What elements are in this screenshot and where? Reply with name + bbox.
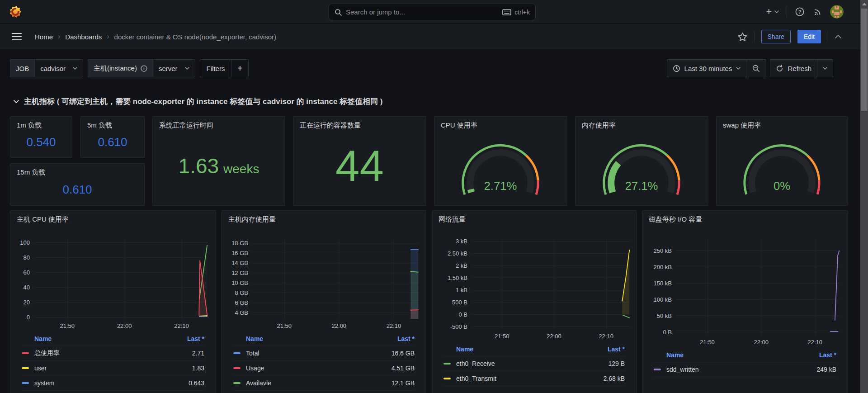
legend-sort-name[interactable]: Name (456, 346, 473, 353)
instance-value-dropdown[interactable]: server (153, 59, 195, 77)
new-menu-button[interactable]: + (766, 7, 779, 17)
chart-legend: NameLast *sdd_written249 kB (654, 350, 836, 377)
menu-toggle-icon[interactable] (12, 33, 22, 40)
breadcrumb-dashboards[interactable]: Dashboards (65, 33, 102, 41)
breadcrumb-row: Home › Dashboards › docker container & O… (0, 24, 860, 49)
add-filter-button[interactable]: + (231, 59, 249, 77)
breadcrumb-separator: › (58, 33, 60, 41)
news-rss-icon[interactable] (812, 7, 822, 17)
chart-legend: NameLast *eth0_Receive129 Beth0_Transmit… (443, 345, 625, 386)
refresh-interval-dropdown[interactable] (817, 59, 833, 77)
chart-plot-area[interactable] (676, 239, 840, 335)
series-color-marker (22, 352, 29, 354)
user-avatar[interactable] (830, 5, 844, 19)
legend-sort-last[interactable]: Last * (187, 335, 204, 342)
series-last-value: 16.6 GB (392, 350, 415, 357)
panel-swap-gauge[interactable]: swap 使用率 0% (716, 116, 848, 206)
search-bar[interactable]: ctrl+k (329, 4, 536, 20)
series-name: system (34, 379, 54, 387)
panel-memory-gauge[interactable]: 内存使用率 27.1% (575, 116, 708, 206)
stat-value: 0.610 (98, 135, 127, 149)
variable-instance: 主机(instance) server (88, 59, 195, 77)
panel-title: 主机内存使用量 (222, 211, 426, 224)
legend-sort-name[interactable]: Name (34, 335, 52, 342)
chevron-up-icon[interactable] (835, 35, 841, 38)
scroll-up-button[interactable] (860, 0, 868, 8)
legend-item[interactable]: Usage4.51 GB (233, 361, 415, 376)
chart-legend: NameLast *总使用率2.71user1.83system0.643 (22, 334, 204, 391)
panel-host-memory-usage[interactable]: 主机内存使用量 4 GB6 GB8 GB10 GB12 GB14 GB16 GB… (222, 210, 426, 393)
help-icon[interactable]: ? (795, 7, 805, 17)
series-color-marker (233, 382, 241, 384)
legend-item[interactable]: eth0_Receive129 B (443, 356, 625, 371)
legend-item[interactable]: system0.643 (22, 376, 204, 391)
gauge: 2.71% (434, 117, 567, 205)
star-icon[interactable] (738, 32, 747, 42)
grafana-logo-icon[interactable] (9, 5, 22, 19)
x-axis-label: 22:10 (174, 322, 189, 329)
chevron-down-icon (73, 67, 77, 70)
filters-button[interactable]: Filters (200, 59, 232, 77)
legend-item[interactable]: eth0_Transmit2.68 kB (443, 371, 625, 386)
edit-button[interactable]: Edit (797, 30, 821, 43)
panel-uptime[interactable]: 系统正常运行时间 1.63 weeks (152, 116, 285, 206)
y-axis-label: 3 kB (456, 238, 467, 245)
legend-sort-last[interactable]: Last * (608, 346, 625, 353)
series-last-value: 0.643 (189, 379, 204, 387)
x-axis-label: 22:00 (547, 333, 561, 340)
y-axis-label: 2.50 kB (448, 250, 467, 257)
chart-plot-area[interactable] (34, 239, 208, 319)
panel-running-containers[interactable]: 正在运行的容器数量 44 (293, 116, 426, 206)
x-axis-label: 22:00 (754, 339, 769, 346)
panel-network-traffic[interactable]: 网络流量 -500 B0 B500 B1 kB1.50 kB2 kB2.50 k… (432, 210, 637, 393)
legend-item[interactable]: user1.83 (22, 361, 204, 376)
series-color-marker (443, 378, 451, 379)
chart-plot-area[interactable] (253, 239, 419, 319)
plus-icon: + (766, 7, 772, 17)
shortcut-hint: ctrl+k (514, 9, 530, 16)
panel-load-5m[interactable]: 5m 负载 0.610 (80, 116, 145, 158)
y-axis-label: 80 (24, 254, 30, 260)
legend-header: NameLast * (22, 334, 204, 346)
y-axis-label: 1.50 kB (448, 274, 467, 281)
y-axis-label: 500 B (452, 298, 467, 305)
legend-item[interactable]: Total16.6 GB (233, 346, 415, 361)
legend-sort-name[interactable]: Name (246, 335, 263, 342)
x-axis-label: 22:00 (117, 322, 132, 329)
series-last-value: 1.83 (192, 365, 204, 372)
legend-item[interactable]: Availavle12.1 GB (233, 376, 415, 391)
y-axis-label: 0 B (663, 328, 672, 335)
legend-item[interactable]: 总使用率2.71 (22, 346, 204, 361)
panel-cpu-gauge[interactable]: CPU 使用率 2.71% (434, 116, 567, 206)
series-last-value: 249 kB (816, 366, 836, 373)
info-icon[interactable] (141, 65, 147, 72)
scrollbar-thumb[interactable] (861, 9, 868, 111)
legend-sort-last[interactable]: Last * (397, 335, 415, 342)
stat-value: 44 (335, 141, 384, 191)
legend-header: NameLast * (233, 334, 415, 346)
breadcrumb-home[interactable]: Home (35, 33, 53, 41)
refresh-button[interactable]: Refresh (770, 59, 817, 77)
legend-item[interactable]: sdd_written249 kB (654, 362, 836, 377)
page-scrollbar[interactable] (860, 0, 868, 393)
panel-load-1m[interactable]: 1m 负载 0.540 (10, 116, 72, 158)
panel-load-15m[interactable]: 15m 负载 0.610 (10, 163, 145, 206)
search-input[interactable] (346, 8, 498, 16)
y-axis-label: 100 (20, 239, 30, 246)
breadcrumb: Home › Dashboards › docker container & O… (35, 33, 276, 41)
zoom-out-time-button[interactable] (746, 59, 766, 77)
time-range-picker[interactable]: Last 30 minutes (667, 59, 747, 77)
share-button[interactable]: Share (761, 30, 791, 43)
chart-plot-area[interactable] (472, 239, 630, 329)
legend-sort-last[interactable]: Last * (819, 351, 836, 359)
series-name: Usage (246, 365, 264, 372)
job-value-dropdown[interactable]: cadvisor (34, 59, 83, 77)
series-last-value: 129 B (608, 360, 625, 367)
panel-host-cpu-usage[interactable]: 主机 CPU 使用率 02040608010021:5022:0022:10 N… (10, 210, 216, 393)
y-axis-label: 1 kB (456, 286, 467, 293)
row-toggle[interactable]: 主机指标 ( 可绑定到主机，需要 node-exporter 的 instanc… (14, 96, 382, 107)
legend-sort-name[interactable]: Name (666, 351, 684, 359)
y-axis-label: 60 (24, 269, 30, 275)
panel-title: 磁盘每秒 I/O 容量 (642, 211, 848, 224)
panel-disk-io[interactable]: 磁盘每秒 I/O 容量 0 B50 kB100 kB150 kB200 kB25… (642, 210, 848, 393)
